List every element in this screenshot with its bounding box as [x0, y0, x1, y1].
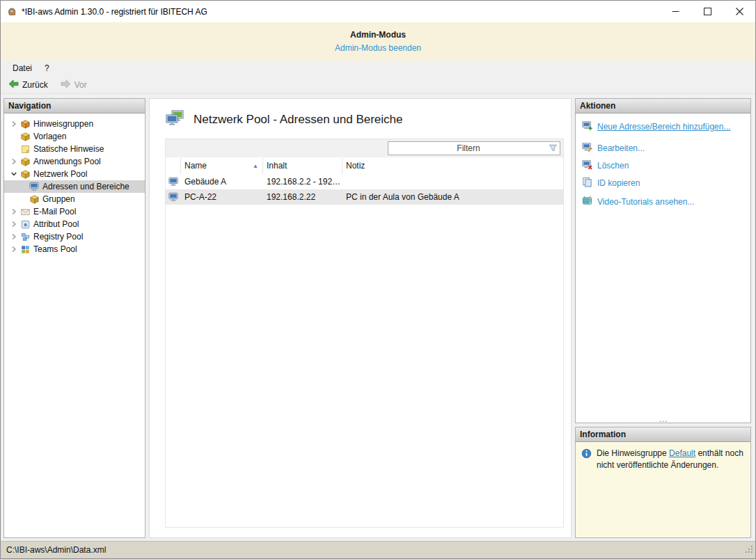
filter-funnel-icon[interactable]: [549, 143, 558, 155]
app-icon: [6, 6, 17, 17]
info-icon: [581, 448, 592, 537]
table-header: Name ▲ Inhalt Notiz: [166, 157, 563, 174]
nav-item-label: Statische Hinweise: [31, 144, 104, 154]
chevron-right-icon[interactable]: [8, 233, 19, 240]
network-monitors-icon: [165, 110, 184, 129]
minimize-button[interactable]: [659, 1, 691, 22]
cube-icon: [19, 132, 31, 141]
navigation-tree: Hinweisgruppen Vorlagen Statische Hinwei…: [4, 113, 145, 537]
chevron-right-icon[interactable]: [8, 158, 19, 165]
cube-icon: [19, 120, 31, 129]
registry-icon: [19, 233, 31, 242]
forward-button[interactable]: Vor: [58, 78, 89, 92]
nav-item-gruppen[interactable]: Gruppen: [4, 193, 145, 205]
table-row-gebaeude-a[interactable]: Gebäude A 192.168.2.2 - 192.1...: [166, 174, 563, 189]
chevron-right-icon[interactable]: [8, 208, 19, 215]
column-header-inhalt[interactable]: Inhalt: [263, 157, 342, 174]
delete-icon: [582, 159, 592, 172]
add-address-icon: [582, 120, 592, 133]
menu-datei[interactable]: Datei: [6, 61, 38, 75]
cell-inhalt: 192.168.2.2 - 192.1...: [263, 177, 342, 187]
nav-item-adressen-und-bereiche[interactable]: Adressen und Bereiche: [4, 180, 145, 193]
nav-item-label: Hinweisgruppen: [31, 119, 93, 129]
nav-item-label: Gruppen: [40, 194, 75, 204]
cell-inhalt: 192.168.2.22: [263, 192, 342, 202]
nav-item-statische-hinweise[interactable]: Statische Hinweise: [4, 143, 145, 155]
edit-icon: [582, 142, 592, 155]
window-title: *IBI-aws Admin 1.30.0 - registriert für …: [22, 7, 207, 17]
content-panel: Netzwerk Pool - Adressen und Bereiche Na…: [149, 98, 572, 538]
copy-icon: [582, 177, 592, 189]
nav-item-label: Anwendungs Pool: [31, 157, 101, 166]
information-text: Die Hinweisgruppe Default enthält noch n…: [597, 448, 745, 537]
column-header-notiz[interactable]: Notiz: [342, 157, 563, 174]
resize-grip-icon[interactable]: [744, 544, 753, 556]
nav-item-hinweisgruppen[interactable]: Hinweisgruppen: [4, 118, 145, 130]
action-video-tutorials[interactable]: Video-Tutorials ansehen...: [582, 196, 746, 208]
toolbar: Zurück Vor: [1, 76, 755, 94]
nav-item-registry-pool[interactable]: Registry Pool: [4, 230, 145, 243]
main-area: Navigation Hinweisgruppen Vorlagen Stati…: [1, 94, 755, 541]
back-button[interactable]: Zurück: [6, 78, 50, 92]
maximize-button[interactable]: [691, 1, 723, 22]
app-window: *IBI-aws Admin 1.30.0 - registriert für …: [0, 0, 756, 559]
chevron-right-icon[interactable]: [8, 246, 19, 253]
chevron-right-icon[interactable]: [8, 221, 19, 228]
action-edit[interactable]: Bearbeiten...: [582, 142, 746, 155]
information-text-before: Die Hinweisgruppe: [597, 448, 669, 458]
column-notiz-label: Notiz: [346, 161, 365, 171]
forward-button-label: Vor: [74, 80, 87, 90]
action-copy-id[interactable]: ID kopieren: [582, 177, 746, 189]
back-button-label: Zurück: [22, 80, 48, 90]
nav-item-netzwerk-pool[interactable]: Netzwerk Pool: [4, 168, 145, 180]
monitor-icon: [28, 182, 40, 191]
nav-item-label: Attribut Pool: [31, 219, 79, 229]
information-panel: Information Die Hinweisgruppe Default en…: [575, 427, 751, 538]
cube-icon: [19, 157, 31, 166]
attribute-icon: a: [19, 220, 31, 229]
chevron-right-icon[interactable]: [8, 120, 19, 127]
status-path: C:\IBI-aws\Admin\Data.xml: [6, 545, 106, 555]
nav-item-anwendungs-pool[interactable]: Anwendungs Pool: [4, 155, 145, 168]
teams-icon: [19, 245, 31, 254]
nav-item-attribut-pool[interactable]: a Attribut Pool: [4, 218, 145, 230]
right-column: Aktionen Neue Adresse/Bereich hinzufügen…: [575, 98, 751, 538]
menubar: Datei ?: [1, 61, 755, 76]
table-row-pc-a-22[interactable]: PC-A-22 192.168.2.22 PC in der Aula von …: [166, 189, 563, 205]
menu-help[interactable]: ?: [38, 61, 56, 75]
admin-mode-exit-link[interactable]: Admin-Modus beenden: [335, 43, 421, 53]
navigation-header: Navigation: [4, 99, 145, 113]
table-empty-area: [166, 205, 563, 527]
filter-input[interactable]: [388, 141, 560, 155]
chevron-down-icon[interactable]: [8, 171, 19, 178]
filter-strip: [166, 139, 563, 157]
cube-icon: [28, 195, 40, 204]
content-title-row: Netzwerk Pool - Adressen und Bereiche: [150, 99, 571, 136]
action-label: Video-Tutorials ansehen...: [597, 197, 694, 207]
address-table: Name ▲ Inhalt Notiz Gebäude A 192.168.2.…: [165, 139, 564, 528]
nav-item-vorlagen[interactable]: Vorlagen: [4, 130, 145, 143]
nav-item-label: Teams Pool: [31, 244, 77, 254]
sort-ascending-icon: ▲: [253, 163, 258, 169]
action-label: Neue Adresse/Bereich hinzufügen...: [597, 122, 730, 132]
statusbar: C:\IBI-aws\Admin\Data.xml: [1, 541, 755, 558]
nav-item-label: Registry Pool: [31, 232, 83, 242]
nav-item-teams-pool[interactable]: Teams Pool: [4, 243, 145, 255]
column-header-name[interactable]: Name ▲: [181, 157, 263, 174]
cell-notiz: PC in der Aula von Gebäude A: [342, 192, 563, 202]
admin-mode-title: Admin-Modus: [350, 30, 406, 40]
actions-panel-grip[interactable]: …: [576, 416, 750, 423]
navigation-panel: Navigation Hinweisgruppen Vorlagen Stati…: [3, 98, 145, 538]
actions-panel: Aktionen Neue Adresse/Bereich hinzufügen…: [575, 98, 751, 423]
nav-item-label: Vorlagen: [31, 132, 66, 141]
default-group-link[interactable]: Default: [669, 448, 695, 458]
monitor-icon: [166, 177, 181, 187]
actions-body: Neue Adresse/Bereich hinzufügen... Bearb…: [576, 113, 750, 423]
cube-icon: [19, 170, 31, 179]
tv-icon: [582, 196, 592, 208]
action-label: Bearbeiten...: [597, 143, 645, 153]
action-add-address[interactable]: Neue Adresse/Bereich hinzufügen...: [582, 120, 746, 133]
nav-item-email-pool[interactable]: E-Mail Pool: [4, 205, 145, 218]
action-delete[interactable]: Löschen: [582, 159, 746, 172]
close-button[interactable]: [723, 1, 755, 22]
